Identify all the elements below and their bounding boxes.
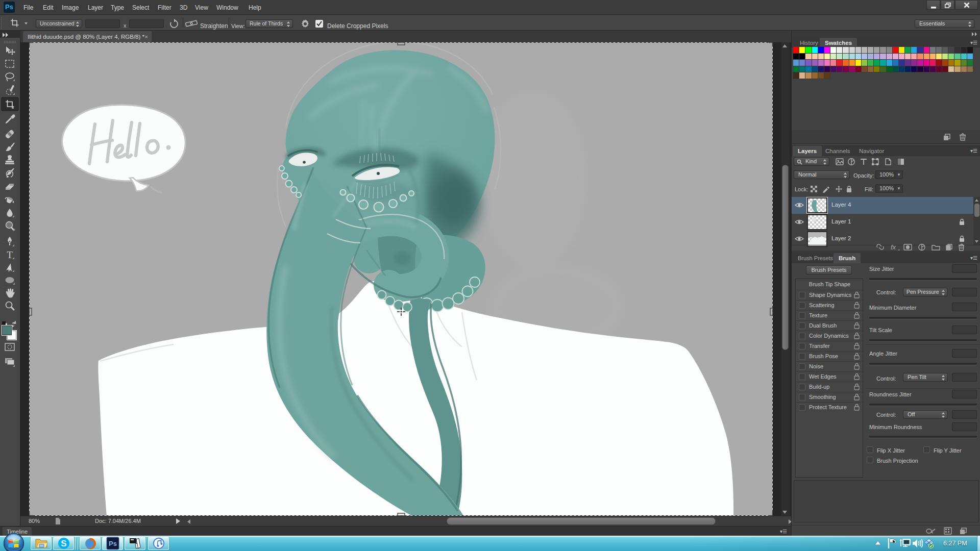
svg-text:T: T [7, 249, 13, 260]
svg-text:S: S [61, 539, 66, 548]
svg-text:Ps: Ps [109, 540, 117, 547]
svg-text:fx: fx [891, 243, 896, 251]
